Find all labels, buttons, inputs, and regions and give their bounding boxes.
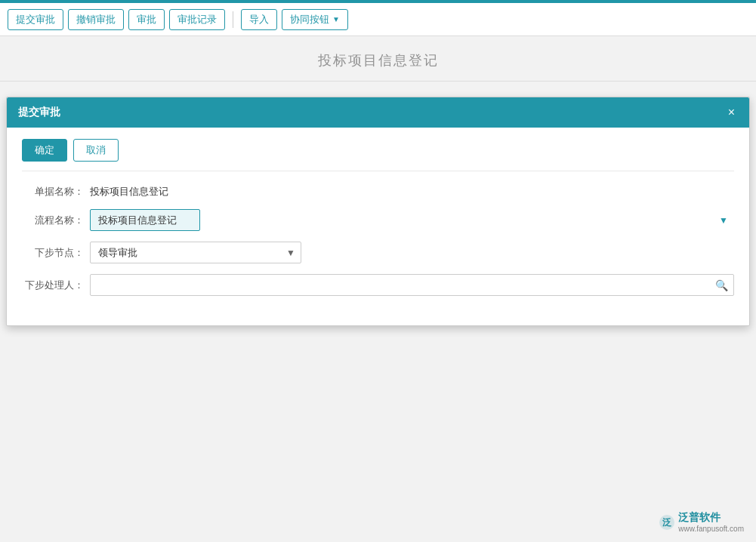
approve-button[interactable]: 审批 <box>128 9 165 30</box>
next-node-select[interactable]: 领导审批 <box>90 242 301 263</box>
modal-confirm-button[interactable]: 确定 <box>22 139 67 162</box>
next-handler-input-wrapper: 🔍 <box>90 274 734 296</box>
modal-overlay: 提交审批 × 确定 取消 单据名称： 投标项目信息登记 流程名称： <box>0 36 756 542</box>
modal-header: 提交审批 × <box>7 97 749 128</box>
next-handler-input[interactable] <box>90 274 734 296</box>
collab-button[interactable]: 协同按钮 ▼ <box>282 9 348 30</box>
doc-name-row: 单据名称： 投标项目信息登记 <box>22 185 734 199</box>
import-button[interactable]: 导入 <box>241 9 277 30</box>
flow-name-dropdown-arrow: ▼ <box>719 215 728 226</box>
collab-dropdown-icon: ▼ <box>332 15 340 23</box>
flow-name-select-wrapper: 投标项目信息登记 ▼ <box>90 209 734 231</box>
handler-search-button[interactable]: 🔍 <box>714 278 730 293</box>
collab-label: 协同按钮 <box>290 13 329 26</box>
doc-name-value: 投标项目信息登记 <box>90 185 168 199</box>
cancel-approval-button[interactable]: 撤销审批 <box>68 9 124 30</box>
next-node-row: 下步节点： 领导审批 ▼ <box>22 242 734 263</box>
doc-name-label: 单据名称： <box>22 185 90 199</box>
approval-record-button[interactable]: 审批记录 <box>169 9 225 30</box>
toolbar: 提交审批 撤销审批 审批 审批记录 导入 协同按钮 ▼ <box>0 3 756 36</box>
modal-dialog: 提交审批 × 确定 取消 单据名称： 投标项目信息登记 流程名称： <box>6 97 750 326</box>
submit-approval-button[interactable]: 提交审批 <box>8 9 63 30</box>
flow-name-label: 流程名称： <box>22 214 90 227</box>
modal-close-button[interactable]: × <box>725 105 738 120</box>
toolbar-separator <box>233 11 233 28</box>
modal-title: 提交审批 <box>18 106 60 119</box>
main-content: 投标项目信息登记 提交审批 × 确定 取消 单据名称： 投标项目信息登记 <box>0 36 756 542</box>
action-buttons-area: 确定 取消 <box>22 139 734 171</box>
next-handler-row: 下步处理人： 🔍 <box>22 274 734 296</box>
next-node-label: 下步节点： <box>22 246 90 260</box>
next-node-select-wrapper: 领导审批 ▼ <box>90 242 301 263</box>
flow-name-row: 流程名称： 投标项目信息登记 ▼ <box>22 209 734 231</box>
next-handler-label: 下步处理人： <box>22 279 90 292</box>
flow-name-select[interactable]: 投标项目信息登记 <box>90 209 200 231</box>
modal-body: 确定 取消 单据名称： 投标项目信息登记 流程名称： 投标项目信息登记 ▼ <box>7 128 749 325</box>
modal-cancel-button[interactable]: 取消 <box>73 139 119 162</box>
